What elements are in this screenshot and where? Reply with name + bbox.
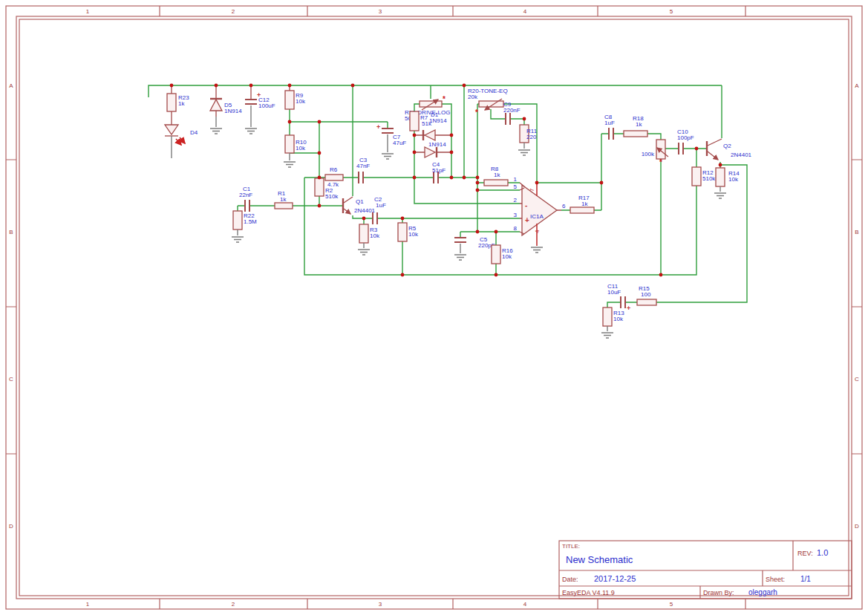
schematic-graphic: [6, 6, 862, 609]
ground-symbol: [601, 333, 613, 338]
label: 51pF: [432, 167, 446, 174]
sheet-value[interactable]: 1/1: [800, 575, 811, 583]
schematic-graphic: [382, 128, 394, 133]
ic-pin-label: 4: [534, 230, 541, 233]
schematic-canvas[interactable]: 1 2 3 4 5 1 2 3 4 5 A B C D A B C D: [0, 0, 868, 615]
component-c8[interactable]: C8 1uF: [604, 114, 615, 140]
junction-dot: [318, 204, 322, 208]
junction-dot: [362, 217, 366, 221]
component-c10[interactable]: C10 100pF: [677, 128, 694, 154]
label: *: [443, 95, 446, 103]
component-r23[interactable]: R23 1k: [167, 85, 189, 125]
component-r6[interactable]: R6 4.7k: [325, 166, 343, 188]
schematic-title[interactable]: New Schematic: [566, 554, 633, 565]
component-d5[interactable]: D5 1N914: [210, 85, 242, 127]
schematic-graphic: [325, 175, 343, 180]
component-r22[interactable]: R22 1.5M: [233, 211, 257, 235]
component-r14[interactable]: R14 10k: [716, 168, 740, 192]
ground-symbol: [284, 162, 296, 167]
frame-row-label: A: [855, 82, 859, 89]
junction-dot: [401, 217, 405, 221]
wires[interactable]: [149, 85, 747, 308]
schematic-graphic: [492, 245, 500, 264]
label: 1k: [581, 201, 588, 207]
junction-dot: [476, 181, 480, 185]
component-c7[interactable]: + C7 47uF: [376, 123, 406, 152]
wire[interactable]: [149, 85, 722, 97]
component-r20-pot[interactable]: * R20-TONE-EQ 20k: [468, 88, 508, 117]
date-value[interactable]: 2017-12-25: [594, 574, 636, 583]
component-r13[interactable]: R13 10k: [603, 308, 624, 331]
ic-pin-label: 3: [514, 212, 518, 218]
component-r8[interactable]: R8 1k: [484, 166, 508, 186]
ic-pin-label: 7: [529, 188, 535, 192]
component-c1[interactable]: C1 22nF: [239, 186, 252, 212]
label: 1k: [178, 100, 185, 107]
schematic-graphic: [359, 172, 363, 183]
label: 10k: [296, 145, 306, 152]
component-c5[interactable]: C5 220pF: [454, 236, 495, 253]
frame-col-label: 3: [379, 8, 382, 15]
rev-value[interactable]: 1.0: [817, 548, 828, 557]
label: 10k: [502, 253, 512, 260]
component-q1[interactable]: Q1 2N4401: [343, 197, 376, 214]
component-r11[interactable]: R11 220: [520, 125, 538, 149]
label: 10k: [408, 231, 419, 238]
label: Q1: [356, 198, 364, 205]
label: 220nF: [503, 107, 521, 114]
component-r5[interactable]: R5 10k: [398, 223, 419, 241]
component-c3[interactable]: C3 47nF: [356, 157, 370, 183]
wire[interactable]: [503, 104, 601, 183]
component-r10[interactable]: R10 10k: [285, 135, 307, 160]
schematic-graphic: [716, 168, 725, 186]
junction-dot: [401, 273, 405, 277]
schematic-graphic: [637, 299, 656, 305]
ic-pin-label: 2: [514, 197, 518, 204]
wire[interactable]: [460, 183, 520, 238]
component-r9[interactable]: R9 10k: [285, 85, 306, 109]
component-r3[interactable]: R3 10k: [359, 224, 380, 248]
junction-dot: [450, 134, 454, 137]
component-ic1a[interactable]: - + IC1A 1 5 2 3 8 6 7 4: [514, 176, 566, 246]
junction-dot: [476, 230, 480, 234]
junction-dot: [288, 120, 292, 124]
component-r18[interactable]: R18 1k: [624, 115, 647, 137]
schematic-graphic: [454, 238, 466, 242]
component-c4[interactable]: C4 51pF: [432, 161, 446, 183]
frame-col-label: 5: [670, 8, 673, 15]
label: 1.5M: [244, 218, 257, 225]
wire[interactable]: [665, 149, 707, 167]
wire[interactable]: [290, 122, 388, 128]
label: 100: [641, 291, 651, 298]
component-c9[interactable]: C9 220nF: [503, 101, 521, 125]
component-r17[interactable]: R17 1k: [570, 195, 594, 213]
date-label: Date:: [562, 576, 578, 583]
component-d4-led[interactable]: D4: [165, 125, 198, 158]
component-r12[interactable]: R12 510k: [692, 167, 716, 186]
schematic-graphic: [6, 6, 862, 609]
component-volume-pot[interactable]: * 100k: [642, 140, 668, 166]
ground-symbol: [232, 237, 244, 242]
schematic-graphic: [656, 140, 665, 159]
schematic-graphic: [609, 128, 613, 140]
schematic-graphic: [344, 209, 350, 214]
junction-dot: [476, 189, 480, 192]
component-q2[interactable]: Q2 2N4401: [707, 139, 752, 160]
component-d2[interactable]: 1N914: [414, 141, 451, 157]
frame-row-label: A: [9, 82, 13, 89]
label: 10uF: [607, 289, 621, 296]
frame-row-label: B: [855, 229, 858, 235]
frame-row-label: B: [9, 229, 13, 235]
component-c12[interactable]: + C12 100uF: [245, 85, 275, 127]
component-r15[interactable]: R15 100: [637, 285, 656, 305]
junction-dot: [318, 152, 322, 155]
component-r16[interactable]: R16 10k: [492, 245, 513, 264]
component-r1[interactable]: R1 1k: [275, 190, 293, 209]
wire[interactable]: [607, 162, 747, 308]
ic-pin-label: 8: [514, 225, 518, 232]
ground-symbol: [382, 154, 394, 159]
junction-dot: [659, 273, 663, 277]
drawn-by-value[interactable]: oleggarh: [748, 588, 777, 596]
junction-dot: [413, 176, 417, 180]
wire[interactable]: [477, 104, 479, 232]
